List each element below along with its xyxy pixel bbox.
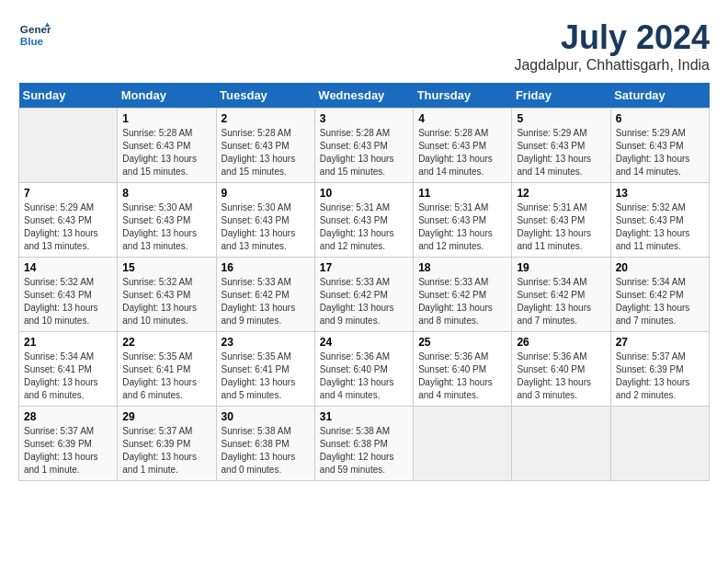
calendar-cell [610,407,709,481]
day-number: 25 [418,336,506,349]
calendar-cell: 21Sunrise: 5:34 AM Sunset: 6:41 PM Dayli… [19,332,118,407]
logo: General Blue [18,18,51,52]
calendar-cell [512,407,610,481]
weekday-header-monday: Monday [118,83,216,109]
day-number: 11 [418,187,506,200]
day-number: 7 [24,187,112,200]
day-number: 14 [24,261,112,274]
day-number: 3 [320,112,408,125]
day-info: Sunrise: 5:31 AM Sunset: 6:43 PM Dayligh… [320,201,408,253]
day-number: 27 [616,336,704,349]
day-number: 9 [222,187,310,200]
day-info: Sunrise: 5:37 AM Sunset: 6:39 PM Dayligh… [24,425,112,477]
day-info: Sunrise: 5:35 AM Sunset: 6:41 PM Dayligh… [222,350,310,402]
day-info: Sunrise: 5:37 AM Sunset: 6:39 PM Dayligh… [616,350,704,402]
calendar-cell: 10Sunrise: 5:31 AM Sunset: 6:43 PM Dayli… [314,183,413,258]
page-header: General Blue July 2024 Jagdalpur, Chhatt… [18,18,710,74]
calendar-cell [19,109,118,183]
calendar-week-row: 21Sunrise: 5:34 AM Sunset: 6:41 PM Dayli… [19,332,710,407]
day-info: Sunrise: 5:28 AM Sunset: 6:43 PM Dayligh… [122,127,210,178]
calendar-cell: 25Sunrise: 5:36 AM Sunset: 6:40 PM Dayli… [414,332,512,407]
calendar-cell: 31Sunrise: 5:38 AM Sunset: 6:38 PM Dayli… [314,407,413,481]
day-info: Sunrise: 5:34 AM Sunset: 6:42 PM Dayligh… [616,276,704,327]
calendar-week-row: 1Sunrise: 5:28 AM Sunset: 6:43 PM Daylig… [19,109,710,183]
calendar-cell: 16Sunrise: 5:33 AM Sunset: 6:42 PM Dayli… [216,258,314,332]
calendar-cell: 26Sunrise: 5:36 AM Sunset: 6:40 PM Dayli… [512,332,610,407]
calendar-week-row: 7Sunrise: 5:29 AM Sunset: 6:43 PM Daylig… [19,183,710,258]
calendar-cell: 22Sunrise: 5:35 AM Sunset: 6:41 PM Dayli… [118,332,216,407]
day-info: Sunrise: 5:31 AM Sunset: 6:43 PM Dayligh… [418,201,506,253]
day-number: 31 [320,410,408,423]
calendar-cell: 7Sunrise: 5:29 AM Sunset: 6:43 PM Daylig… [19,183,118,258]
day-number: 4 [418,112,506,125]
calendar-cell: 19Sunrise: 5:34 AM Sunset: 6:42 PM Dayli… [512,258,610,332]
day-number: 29 [122,410,210,423]
calendar-cell: 3Sunrise: 5:28 AM Sunset: 6:43 PM Daylig… [314,109,413,183]
day-info: Sunrise: 5:38 AM Sunset: 6:38 PM Dayligh… [320,425,408,477]
day-info: Sunrise: 5:32 AM Sunset: 6:43 PM Dayligh… [24,276,112,327]
logo-icon: General Blue [18,18,51,52]
day-info: Sunrise: 5:33 AM Sunset: 6:42 PM Dayligh… [418,276,506,327]
day-info: Sunrise: 5:36 AM Sunset: 6:40 PM Dayligh… [320,350,408,402]
calendar-cell: 15Sunrise: 5:32 AM Sunset: 6:43 PM Dayli… [118,258,216,332]
day-number: 16 [222,261,310,274]
day-info: Sunrise: 5:35 AM Sunset: 6:41 PM Dayligh… [122,350,210,402]
day-info: Sunrise: 5:28 AM Sunset: 6:43 PM Dayligh… [418,127,506,178]
day-number: 2 [222,112,310,125]
day-info: Sunrise: 5:38 AM Sunset: 6:38 PM Dayligh… [222,425,310,477]
weekday-header-saturday: Saturday [610,83,709,109]
svg-text:Blue: Blue [20,35,44,47]
calendar-cell: 28Sunrise: 5:37 AM Sunset: 6:39 PM Dayli… [19,407,118,481]
calendar-cell: 9Sunrise: 5:30 AM Sunset: 6:43 PM Daylig… [216,183,314,258]
weekday-header-thursday: Thursday [414,83,512,109]
day-number: 21 [24,336,112,349]
day-number: 30 [222,410,310,423]
day-info: Sunrise: 5:32 AM Sunset: 6:43 PM Dayligh… [616,201,704,253]
day-info: Sunrise: 5:28 AM Sunset: 6:43 PM Dayligh… [222,127,310,178]
day-number: 12 [517,187,605,200]
day-info: Sunrise: 5:29 AM Sunset: 6:43 PM Dayligh… [616,127,704,178]
day-info: Sunrise: 5:32 AM Sunset: 6:43 PM Dayligh… [122,276,210,327]
calendar-cell: 13Sunrise: 5:32 AM Sunset: 6:43 PM Dayli… [610,183,709,258]
day-number: 20 [616,261,704,274]
day-number: 28 [24,410,112,423]
day-number: 26 [517,336,605,349]
day-info: Sunrise: 5:30 AM Sunset: 6:43 PM Dayligh… [122,201,210,253]
calendar-cell: 2Sunrise: 5:28 AM Sunset: 6:43 PM Daylig… [216,109,314,183]
calendar-cell: 30Sunrise: 5:38 AM Sunset: 6:38 PM Dayli… [216,407,314,481]
calendar-week-row: 14Sunrise: 5:32 AM Sunset: 6:43 PM Dayli… [19,258,710,332]
day-info: Sunrise: 5:31 AM Sunset: 6:43 PM Dayligh… [517,201,605,253]
month-year-title: July 2024 [514,18,710,57]
calendar-cell [414,407,512,481]
calendar-cell: 23Sunrise: 5:35 AM Sunset: 6:41 PM Dayli… [216,332,314,407]
day-info: Sunrise: 5:34 AM Sunset: 6:41 PM Dayligh… [24,350,112,402]
calendar-cell: 6Sunrise: 5:29 AM Sunset: 6:43 PM Daylig… [610,109,709,183]
day-number: 1 [122,112,210,125]
calendar-cell: 27Sunrise: 5:37 AM Sunset: 6:39 PM Dayli… [610,332,709,407]
weekday-header-row: SundayMondayTuesdayWednesdayThursdayFrid… [19,83,710,109]
calendar-cell: 24Sunrise: 5:36 AM Sunset: 6:40 PM Dayli… [314,332,413,407]
calendar-cell: 4Sunrise: 5:28 AM Sunset: 6:43 PM Daylig… [414,109,512,183]
calendar-cell: 20Sunrise: 5:34 AM Sunset: 6:42 PM Dayli… [610,258,709,332]
calendar-cell: 8Sunrise: 5:30 AM Sunset: 6:43 PM Daylig… [118,183,216,258]
day-number: 6 [616,112,704,125]
weekday-header-wednesday: Wednesday [314,83,413,109]
day-info: Sunrise: 5:33 AM Sunset: 6:42 PM Dayligh… [222,276,310,327]
day-number: 15 [122,261,210,274]
day-number: 18 [418,261,506,274]
day-info: Sunrise: 5:36 AM Sunset: 6:40 PM Dayligh… [517,350,605,402]
calendar-cell: 11Sunrise: 5:31 AM Sunset: 6:43 PM Dayli… [414,183,512,258]
day-number: 22 [122,336,210,349]
day-number: 17 [320,261,408,274]
day-number: 10 [320,187,408,200]
day-number: 5 [517,112,605,125]
location-subtitle: Jagdalpur, Chhattisgarh, India [514,57,710,74]
day-info: Sunrise: 5:29 AM Sunset: 6:43 PM Dayligh… [517,127,605,178]
title-section: July 2024 Jagdalpur, Chhattisgarh, India [514,18,710,74]
day-info: Sunrise: 5:28 AM Sunset: 6:43 PM Dayligh… [320,127,408,178]
calendar-cell: 18Sunrise: 5:33 AM Sunset: 6:42 PM Dayli… [414,258,512,332]
calendar-cell: 14Sunrise: 5:32 AM Sunset: 6:43 PM Dayli… [19,258,118,332]
calendar-cell: 29Sunrise: 5:37 AM Sunset: 6:39 PM Dayli… [118,407,216,481]
calendar-cell: 1Sunrise: 5:28 AM Sunset: 6:43 PM Daylig… [118,109,216,183]
calendar-cell: 17Sunrise: 5:33 AM Sunset: 6:42 PM Dayli… [314,258,413,332]
